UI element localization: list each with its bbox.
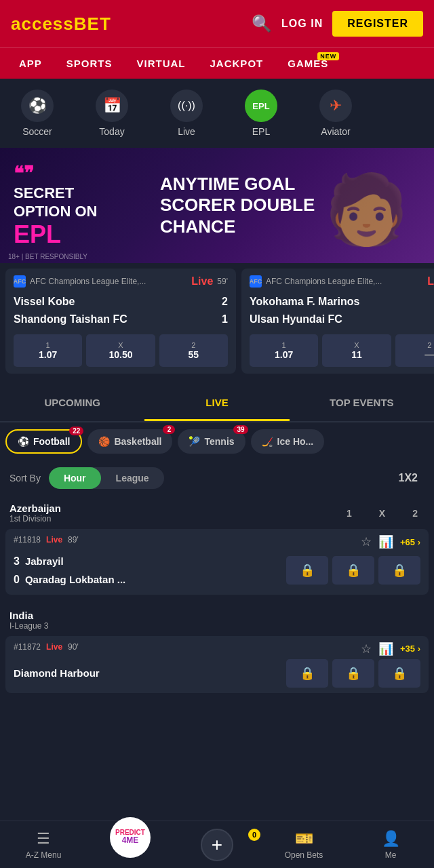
today-icon: 📅 [96, 90, 128, 122]
stats-icon-11872[interactable]: 📊 [378, 642, 393, 656]
promo-banner[interactable]: ❝❞ SECRET OPTION ON EPL ANYTIME GOAL SCO… [0, 148, 434, 263]
sport-icon-epl[interactable]: EPL EPL [224, 85, 298, 141]
team1-name-2: Yokohama F. Marinos [250, 293, 359, 311]
logo-access: access [11, 14, 74, 34]
bottom-nav: ☰ A-Z Menu PREDICT4ME + 0 🎫 Open Bets 👤 … [0, 821, 434, 868]
filter-football[interactable]: ⚽ Football 22 [5, 429, 82, 454]
tab-top-events[interactable]: TOP EVENTS [290, 386, 434, 421]
banner-secret-text: SECRET OPTION ON [14, 184, 136, 220]
more-button-11818[interactable]: +65 › [400, 537, 420, 547]
live-indicator-1: Live [191, 275, 213, 288]
sport-icon-live[interactable]: ((·)) Live [149, 85, 224, 141]
sort-toggle: Hour League [49, 467, 164, 489]
group-header-india: India I-League 3 [0, 603, 434, 633]
nav-az-menu[interactable]: ☰ A-Z Menu [0, 830, 87, 860]
match-group-azerbaijan: Azerbaijan 1st Division 1 X 2 #11818 Liv… [0, 496, 434, 602]
tennis-icon: 🎾 [189, 436, 200, 447]
locked-odd-1[interactable]: 🔒 [286, 556, 328, 585]
odd-1-1[interactable]: 1 1.07 [14, 334, 82, 367]
predict-logo: PREDICT4ME [110, 817, 151, 858]
group-sublabel-azerbaijan: 1st Division [9, 514, 61, 524]
match-id-11872: #11872 [14, 642, 41, 652]
login-button[interactable]: LOG IN [281, 18, 323, 30]
favorite-icon-11818[interactable]: ☆ [361, 534, 372, 549]
tab-live[interactable]: LIVE [144, 386, 289, 421]
nav-open-bets[interactable]: 🎫 Open Bets [260, 830, 347, 860]
sport-icon-today[interactable]: 📅 Today [75, 85, 149, 141]
col-header-2: 2 [412, 508, 418, 519]
sport-icon-soccer[interactable]: ⚽ Soccer [0, 85, 75, 141]
match-time-1: 59' [217, 277, 228, 286]
stats-icon-11818[interactable]: 📊 [378, 534, 393, 549]
today-label: Today [99, 126, 124, 137]
nav-tab-virtual[interactable]: VIRTUAL [125, 48, 198, 79]
league-badge-2: AFC [250, 275, 262, 288]
league-name-2: AFC Champions League Elite,... [266, 277, 382, 286]
header-actions: 🔍 LOG IN REGISTER [252, 11, 423, 37]
filter-icehockey[interactable]: 🏒 Ice Ho... [251, 429, 325, 454]
nav-predict4me[interactable]: PREDICT4ME [87, 824, 174, 866]
tennis-label: Tennis [204, 436, 234, 447]
sort-by-label: Sort By [9, 473, 41, 484]
filter-tennis[interactable]: 🎾 Tennis 39 [178, 429, 245, 454]
locked-odd-2[interactable]: 🔒 [378, 556, 420, 585]
more-button-11872[interactable]: +35 › [400, 644, 420, 654]
odd-2-2[interactable]: 2 — [395, 334, 434, 367]
odd-1-2[interactable]: 2 55 [159, 334, 228, 367]
nav-tab-games[interactable]: GAMES NEW [275, 48, 340, 79]
football-label: Football [33, 436, 70, 447]
col-header-x: X [379, 508, 385, 519]
league-name-1: AFC Champions League Elite,... [30, 277, 146, 286]
banner-epl-text: EPL [14, 220, 136, 249]
tab-upcoming[interactable]: UPCOMING [0, 386, 144, 421]
banner-disclaimer: 18+ | BET RESPONSIBLY [8, 253, 87, 260]
favorite-icon-11872[interactable]: ☆ [361, 642, 372, 656]
search-button[interactable]: 🔍 [252, 14, 272, 33]
live-badge-11872: Live [46, 642, 62, 652]
group-league-india: India [9, 610, 425, 621]
football-icon: ⚽ [18, 436, 29, 447]
match-minute-11872: 90' [68, 642, 79, 652]
locked-odd-diamond-x[interactable]: 🔒 [332, 659, 374, 688]
locked-odd-x[interactable]: 🔒 [332, 556, 374, 585]
live-badge-11818: Live [46, 535, 62, 545]
icehockey-label: Ice Ho... [277, 436, 314, 447]
nav-tab-jackpot[interactable]: JACKPOT [198, 48, 276, 79]
live-label: Live [178, 126, 195, 137]
odd-2-1[interactable]: 1 1.07 [250, 334, 318, 367]
sport-icon-aviator[interactable]: ✈ Aviator [298, 85, 373, 141]
live-matches-row: AFC AFC Champions League Elite,... Live … [0, 263, 434, 379]
col-header-1: 1 [347, 508, 352, 519]
icehockey-icon: 🏒 [262, 436, 273, 447]
nav-tab-app[interactable]: APP [7, 48, 54, 79]
live-icon: ((·)) [170, 90, 203, 122]
locked-odd-diamond-1[interactable]: 🔒 [286, 659, 328, 688]
sort-league-button[interactable]: League [101, 467, 164, 489]
live-indicator-2: Live [427, 275, 434, 288]
open-bets-label: Open Bets [285, 850, 323, 860]
odd-2-x[interactable]: X 11 [322, 334, 391, 367]
locked-odd-diamond-2[interactable]: 🔒 [378, 659, 420, 688]
odd-1-x[interactable]: X 10.50 [86, 334, 155, 367]
me-label: Me [385, 850, 397, 860]
locked-odds-diamond: 🔒 🔒 🔒 [286, 659, 420, 688]
match-group-india: India I-League 3 #11872 Live 90' ☆ 📊 +35… [0, 603, 434, 701]
aviator-label: Aviator [321, 126, 350, 137]
sort-hour-button[interactable]: Hour [49, 467, 101, 489]
filter-basketball[interactable]: 🏀 Basketball 2 [87, 429, 172, 454]
bet-count-badge: 0 [248, 829, 260, 841]
group-league-azerbaijan: Azerbaijan [9, 502, 61, 514]
match-row-diamond: #11872 Live 90' ☆ 📊 +35 › Diamond Harbou… [5, 636, 429, 693]
header: accessBET 🔍 LOG IN REGISTER [0, 0, 434, 47]
nav-tab-sports[interactable]: SPORTS [54, 48, 125, 79]
add-icon: + [201, 829, 233, 861]
event-tabs: UPCOMING LIVE TOP EVENTS [0, 386, 434, 422]
soccer-label: Soccer [22, 126, 52, 137]
nav-me[interactable]: 👤 Me [347, 830, 434, 860]
nav-add-bet[interactable]: + 0 [174, 829, 260, 861]
register-button[interactable]: REGISTER [332, 11, 423, 37]
team1-score-1: 2 [222, 293, 228, 311]
basketball-label: Basketball [114, 436, 161, 447]
league-badge-1: AFC [14, 275, 26, 288]
banner-quote: ❝❞ [14, 162, 136, 184]
